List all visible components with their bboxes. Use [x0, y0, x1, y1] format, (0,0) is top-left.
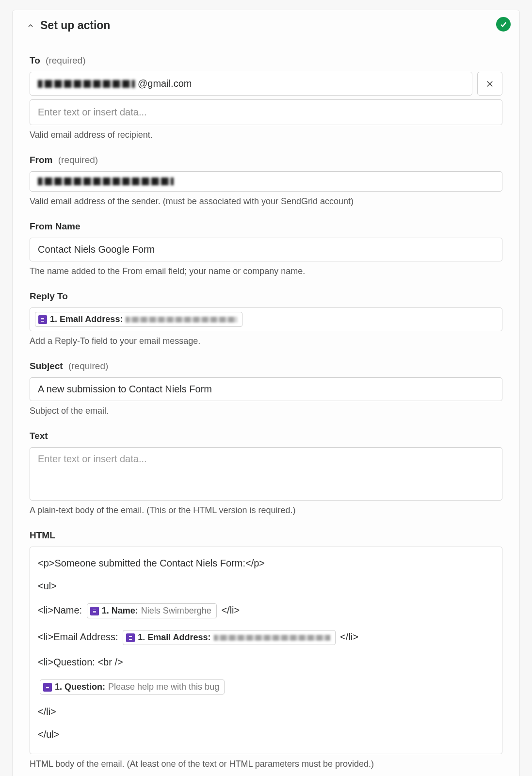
form-icon	[38, 315, 47, 324]
from-name-input[interactable]: Contact Niels Google Form	[30, 238, 502, 261]
field-subject: Subject (required) A new submission to C…	[30, 361, 502, 416]
field-from: From (required) Valid email address of t…	[30, 155, 502, 207]
reply-to-help: Add a Reply-To field to your email messa…	[30, 336, 502, 346]
html-pill-question[interactable]: 1. Question: Please help me with this bu…	[40, 679, 225, 695]
to-input[interactable]: @gmail.com	[30, 72, 472, 96]
redacted-from-value	[38, 178, 174, 185]
clear-to-button[interactable]	[477, 72, 502, 96]
setup-action-panel: Set up action To (required) @gmail.com E…	[12, 10, 520, 776]
html-help: HTML body of the email. (At least one of…	[30, 759, 502, 769]
form-icon	[43, 683, 52, 692]
field-label-subject: Subject (required)	[30, 361, 502, 372]
redacted-reply-to-value	[126, 317, 237, 323]
field-label-reply-to: Reply To	[30, 291, 502, 302]
field-to: To (required) @gmail.com Enter text or i…	[30, 55, 502, 140]
field-text: Text Enter text or insert data... A plai…	[30, 431, 502, 516]
html-pill-email[interactable]: 1. Email Address:	[123, 630, 335, 645]
field-label-to: To (required)	[30, 55, 502, 66]
chevron-up-icon	[26, 21, 35, 31]
subject-input[interactable]: A new submission to Contact Niels Form	[30, 377, 502, 401]
to-additional-input[interactable]: Enter text or insert data...	[30, 99, 502, 125]
subject-help: Subject of the email.	[30, 406, 502, 416]
field-from-name: From Name Contact Niels Google Form The …	[30, 221, 502, 276]
form-icon	[90, 607, 99, 615]
redacted-html-email	[214, 635, 330, 641]
to-help: Valid email address of recipient.	[30, 130, 502, 140]
field-html: HTML <p>Someone submitted the Contact Ni…	[30, 530, 502, 769]
redacted-to-prefix	[38, 80, 135, 88]
text-input[interactable]: Enter text or insert data...	[30, 447, 502, 501]
status-success-icon	[496, 17, 511, 32]
field-label-html: HTML	[30, 530, 502, 541]
field-label-from-name: From Name	[30, 221, 502, 232]
html-pill-name[interactable]: 1. Name: Niels Swimberghe	[87, 603, 217, 618]
field-label-text: Text	[30, 431, 502, 441]
form-icon	[126, 633, 135, 642]
panel-title: Set up action	[40, 19, 110, 32]
reply-to-input[interactable]: 1. Email Address:	[30, 307, 502, 331]
from-name-help: The name added to the From email field; …	[30, 266, 502, 276]
field-label-from: From (required)	[30, 155, 502, 165]
from-input[interactable]	[30, 171, 502, 192]
text-help: A plain-text body of the email. (This or…	[30, 505, 502, 516]
reply-to-pill[interactable]: 1. Email Address:	[35, 312, 242, 327]
html-input[interactable]: <p>Someone submitted the Contact Niels F…	[30, 547, 502, 754]
panel-header[interactable]: Set up action	[26, 10, 502, 41]
field-reply-to: Reply To 1. Email Address: Add a Reply-T…	[30, 291, 502, 346]
from-help: Valid email address of the sender. (must…	[30, 196, 502, 207]
